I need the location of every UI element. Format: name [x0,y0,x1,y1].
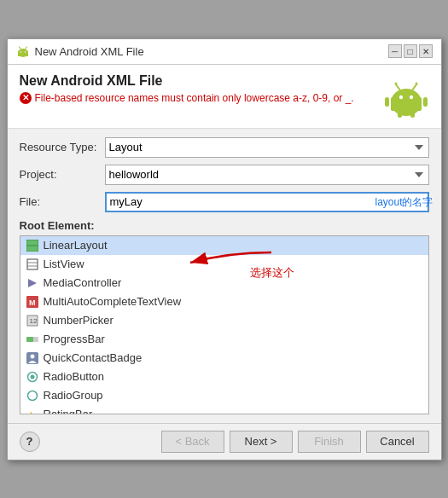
root-element-label: Root Element: [20,219,429,232]
project-label: Project: [20,168,105,181]
list-item[interactable]: ListView [20,255,428,274]
list-item[interactable]: ★ RatingBar [20,405,428,414]
list-item-label: MediaController [44,276,122,289]
list-item-label: ProgressBar [44,333,105,345]
file-control: layout的名字 [105,192,429,212]
list-item-label: QuickContactBadge [44,351,143,364]
error-message-row: ✕ File-based resource names must contain… [20,92,354,104]
svg-text:M: M [29,298,36,307]
cancel-button[interactable]: Cancel [366,431,429,453]
list-item-label: RadioButton [44,370,105,383]
dialog-body: Resource Type: Layout Project: helloworl… [8,129,441,423]
multiauto-icon: M [26,295,39,309]
svg-line-15 [412,84,416,90]
dialog-header: New Android XML File ✕ File-based resour… [8,65,441,129]
list-item[interactable]: 12 NumberPicker [20,311,428,330]
svg-rect-10 [385,97,389,107]
svg-rect-12 [398,110,402,118]
root-element-list[interactable]: LinearLayout ListView MediaC [20,235,429,414]
minimize-button[interactable]: ─ [388,44,402,58]
radiogroup-icon [26,389,39,402]
file-row: File: layout的名字 [20,192,429,212]
svg-point-8 [399,95,402,98]
list-item-label: ListView [44,258,84,270]
maximize-button[interactable]: □ [404,44,417,58]
svg-marker-23 [28,279,37,287]
android-logo [383,73,429,119]
svg-point-9 [409,95,412,98]
project-row: Project: helloworld [20,165,429,185]
list-item[interactable]: M MultiAutoCompleteTextView [20,292,428,311]
numberpicker-icon: 12 [26,314,39,327]
list-item[interactable]: QuickContactBadge [20,349,428,368]
next-button[interactable]: Next > [230,431,293,453]
ratingbar-icon: ★ [26,408,39,414]
list-item-label: RadioGroup [44,389,103,402]
listview-icon [26,258,39,271]
root-element-section: Root Element: LinearLayout [20,219,429,414]
back-button[interactable]: < Back [161,431,224,453]
dialog-header-title: New Android XML File [20,73,354,89]
svg-point-3 [24,51,26,53]
svg-rect-1 [18,51,28,56]
list-item-label: MultiAutoCompleteTextView [44,295,182,308]
resource-type-control: Layout [105,137,429,158]
close-button[interactable]: ✕ [419,44,433,58]
svg-line-5 [26,47,27,49]
svg-point-2 [20,51,21,53]
list-item[interactable]: ProgressBar [20,330,428,349]
dialog-footer: ? < Back Next > Finish Cancel [8,423,441,460]
quickcontact-icon [26,351,39,365]
footer-right: < Back Next > Finish Cancel [161,431,429,453]
dialog-header-content: New Android XML File ✕ File-based resour… [20,73,354,104]
mediacontroller-icon [26,276,39,290]
svg-line-4 [19,47,20,49]
list-item[interactable]: RadioGroup [20,386,428,405]
title-bar: New Android XML File ─ □ ✕ [8,39,441,65]
svg-line-14 [396,84,400,90]
list-item[interactable]: RadioButton [20,368,428,386]
svg-point-16 [394,82,397,84]
svg-rect-7 [391,97,422,111]
svg-point-33 [30,374,34,379]
svg-rect-29 [26,337,33,342]
project-select[interactable]: helloworld [105,165,429,185]
error-icon: ✕ [20,92,32,104]
svg-point-31 [30,354,34,358]
project-control: helloworld [105,165,429,185]
list-item[interactable]: LinearLayout [20,236,428,255]
list-annotation-wrapper: LinearLayout ListView MediaC [20,235,429,414]
file-label: File: [20,195,105,208]
title-bar-buttons: ─ □ ✕ [388,44,433,58]
list-item-label: NumberPicker [44,314,113,327]
android-icon [16,44,30,58]
svg-point-34 [27,391,37,400]
svg-text:12: 12 [29,317,37,325]
svg-text:★: ★ [26,409,36,414]
svg-rect-13 [410,110,415,118]
svg-rect-20 [27,259,38,269]
radiobutton-icon [26,370,39,384]
finish-button[interactable]: Finish [298,431,361,453]
linearlayout-icon [26,239,39,252]
list-item[interactable]: MediaController [20,274,428,292]
error-message-text: File-based resource names must contain o… [35,92,354,104]
resource-type-row: Resource Type: Layout [20,137,429,158]
resource-type-label: Resource Type: [20,141,105,153]
footer-left: ? [20,431,40,452]
list-item-label: RatingBar [44,408,93,414]
help-button[interactable]: ? [20,431,40,452]
dialog-title: New Android XML File [35,45,144,58]
title-bar-left: New Android XML File [16,44,144,58]
svg-rect-11 [423,97,428,107]
list-item-label: LinearLayout [44,239,108,252]
svg-point-17 [415,82,417,84]
dialog-window: New Android XML File ─ □ ✕ New Android X… [7,38,442,460]
file-input[interactable] [105,192,429,212]
progressbar-icon [26,333,39,346]
resource-type-select[interactable]: Layout [105,137,429,158]
